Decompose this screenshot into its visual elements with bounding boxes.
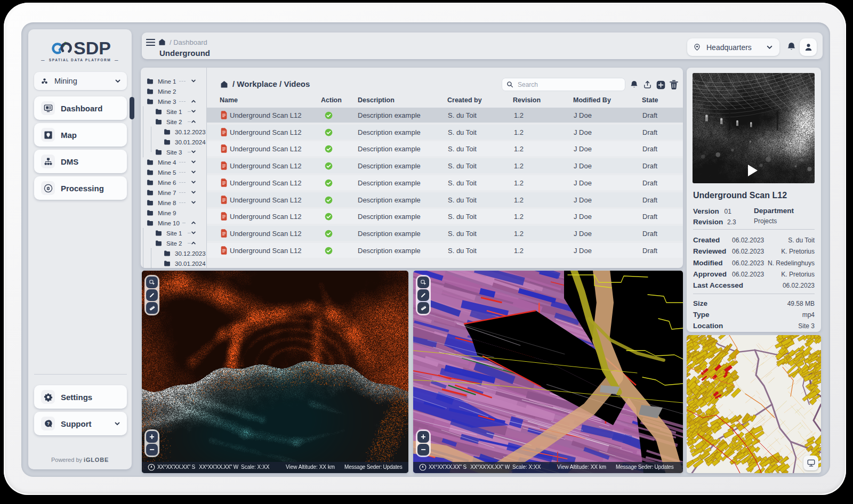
svg-text:?: ? xyxy=(46,421,49,426)
